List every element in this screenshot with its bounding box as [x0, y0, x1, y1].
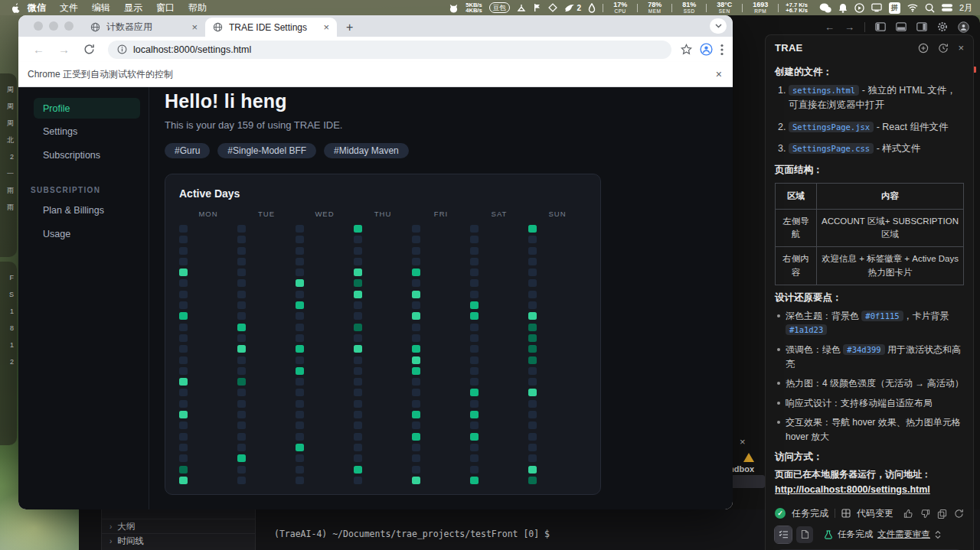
terminal-prompt[interactable]: (TraeAI-4) ~/Documents/trae_projects/tes…	[274, 529, 550, 539]
search-icon[interactable]	[925, 3, 935, 13]
heatmap-cell-level-2[interactable]	[470, 301, 479, 309]
display-icon[interactable]	[871, 3, 882, 12]
heatmap-cell-level-0[interactable]	[528, 301, 537, 309]
heatmap-cell-level-0[interactable]	[528, 433, 537, 441]
heatmap-cell-level-0[interactable]	[412, 454, 420, 462]
heatmap-cell-level-0[interactable]	[179, 400, 188, 408]
drop-icon[interactable]	[588, 3, 596, 13]
heatmap-cell-level-2[interactable]	[237, 454, 246, 462]
heatmap-cell-level-0[interactable]	[412, 324, 420, 331]
heatmap-cell-level-1[interactable]	[528, 477, 537, 484]
heatmap-cell-level-0[interactable]	[237, 400, 246, 408]
heatmap-cell-level-0[interactable]	[528, 378, 537, 386]
browser-menu-icon[interactable]	[720, 44, 724, 56]
updown-icon[interactable]	[935, 530, 941, 539]
heatmap-cell-level-0[interactable]	[412, 378, 420, 386]
heatmap-cell-level-0[interactable]	[179, 324, 188, 331]
heatmap-cell-level-2[interactable]	[412, 268, 420, 276]
back-button[interactable]: ←	[28, 43, 50, 56]
heatmap-cell-level-2[interactable]	[296, 301, 304, 309]
heatmap-cell-level-0[interactable]	[470, 454, 479, 462]
sliver-close-icon[interactable]: ×	[740, 436, 746, 447]
heatmap-cell-level-0[interactable]	[237, 356, 246, 364]
tab-trae-ide-settings[interactable]: TRAE IDE Settings ×	[205, 18, 337, 37]
heatmap-cell-level-0[interactable]	[296, 334, 304, 342]
heatmap-cell-level-0[interactable]	[354, 356, 362, 364]
heatmap-cell-level-2[interactable]	[237, 324, 246, 331]
heatmap-cell-level-0[interactable]	[528, 411, 537, 418]
menu-view[interactable]: 显示	[117, 2, 149, 15]
sidebar-item-settings[interactable]: Settings	[18, 120, 149, 142]
heatmap-cell-level-2[interactable]	[296, 367, 304, 375]
heatmap-cell-level-0[interactable]	[412, 247, 420, 255]
heatmap-cell-level-2[interactable]	[470, 433, 479, 441]
heatmap-cell-level-0[interactable]	[412, 466, 420, 474]
heatmap-cell-level-0[interactable]	[354, 258, 362, 265]
heatmap-cell-level-3[interactable]	[237, 345, 246, 353]
heatmap-cell-level-0[interactable]	[528, 279, 537, 287]
tab-close-icon[interactable]: ×	[191, 21, 198, 33]
heatmap-cell-level-1[interactable]	[354, 324, 362, 331]
heatmap-cell-level-0[interactable]	[296, 258, 304, 265]
heatmap-cell-level-0[interactable]	[354, 334, 362, 342]
heatmap-cell-level-0[interactable]	[354, 236, 362, 243]
bookmark-star-icon[interactable]	[681, 44, 692, 55]
heatmap-cell-level-0[interactable]	[179, 454, 188, 462]
menu-edit[interactable]: 编辑	[85, 2, 117, 15]
files-need-review-link[interactable]: 文件需要审查	[877, 529, 930, 540]
heatmap-cell-level-3[interactable]	[296, 279, 304, 287]
heatmap-cell-level-0[interactable]	[470, 466, 479, 474]
heatmap-cell-level-0[interactable]	[412, 258, 420, 265]
heatmap-cell-level-0[interactable]	[470, 334, 479, 342]
task-list-button[interactable]	[775, 526, 792, 543]
heatmap-cell-level-2[interactable]	[179, 312, 188, 320]
heatmap-cell-level-0[interactable]	[179, 356, 188, 364]
heatmap-cell-level-0[interactable]	[470, 367, 479, 375]
outline-row[interactable]: › 大纲	[102, 519, 255, 533]
tab-counter-app[interactable]: 计数器应用 ×	[83, 18, 205, 37]
heatmap-cell-level-0[interactable]	[354, 400, 362, 408]
heatmap-cell-level-0[interactable]	[179, 433, 188, 441]
play-circle-icon[interactable]	[854, 3, 864, 13]
heatmap-cell-level-2[interactable]	[412, 433, 420, 441]
heatmap-cell-level-0[interactable]	[296, 477, 304, 484]
heatmap-cell-level-0[interactable]	[354, 411, 362, 418]
wifi-icon[interactable]	[907, 3, 918, 12]
heatmap-cell-level-0[interactable]	[412, 400, 420, 408]
copy-icon[interactable]	[937, 509, 947, 519]
heatmap-cell-level-0[interactable]	[296, 389, 304, 396]
heatmap-cell-level-1[interactable]	[528, 334, 537, 342]
close-window-button[interactable]	[34, 21, 43, 31]
heatmap-cell-level-3[interactable]	[354, 268, 362, 276]
heatmap-cell-level-0[interactable]	[237, 258, 246, 265]
heatmap-cell-level-1[interactable]	[528, 345, 537, 353]
ide-forward-icon[interactable]: →	[844, 21, 854, 33]
heatmap-cell-level-3[interactable]	[354, 345, 362, 353]
heatmap-cell-level-0[interactable]	[354, 247, 362, 255]
heatmap-cell-level-0[interactable]	[179, 334, 188, 342]
heatmap-cell-level-0[interactable]	[354, 312, 362, 320]
heatmap-cell-level-0[interactable]	[237, 268, 246, 276]
input-method-badge[interactable]: 拼	[889, 2, 900, 14]
heatmap-cell-level-0[interactable]	[354, 301, 362, 309]
heatmap-cell-level-0[interactable]	[237, 389, 246, 396]
ide-back-icon[interactable]: ←	[825, 21, 835, 33]
heatmap-cell-level-0[interactable]	[354, 421, 362, 429]
heatmap-cell-level-0[interactable]	[237, 312, 246, 320]
sensor-stat[interactable]: 38°CSEN	[714, 2, 735, 15]
heatmap-cell-level-0[interactable]	[179, 444, 188, 451]
cpu-stat[interactable]: 17%CPU	[610, 2, 630, 15]
bird-icon[interactable]: 2	[564, 4, 582, 12]
heatmap-cell-level-0[interactable]	[179, 367, 188, 375]
heatmap-cell-level-3[interactable]	[528, 312, 537, 320]
forward-button[interactable]: →	[53, 43, 75, 56]
minimize-window-button[interactable]	[49, 21, 58, 31]
heatmap-cell-level-0[interactable]	[179, 247, 188, 255]
heatmap-cell-level-0[interactable]	[528, 247, 537, 255]
heatmap-cell-level-3[interactable]	[412, 312, 420, 320]
heatmap-cell-level-1[interactable]	[354, 279, 362, 287]
heatmap-cell-level-0[interactable]	[354, 433, 362, 441]
heatmap-cell-level-0[interactable]	[470, 236, 479, 243]
heatmap-cell-level-3[interactable]	[412, 477, 420, 484]
heatmap-cell-level-2[interactable]	[296, 345, 304, 353]
